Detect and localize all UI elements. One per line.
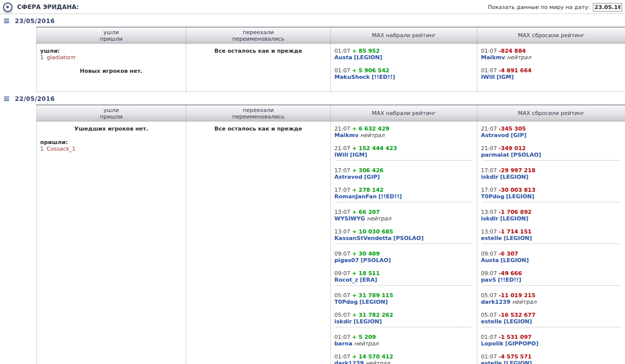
moved-player-link[interactable]: gladiatorrr — [47, 54, 76, 61]
pair-separator — [336, 202, 472, 202]
renames-cell: Все осталось как и прежде — [186, 122, 331, 364]
entry-affiliation: нейтрал — [354, 340, 378, 347]
max-gained-cell: 21:07 + 6 632 429 Maikmv нейтрал 21:07 +… — [331, 122, 477, 364]
entry-affiliation: [IGM] — [350, 152, 367, 158]
entry-line-player: iskdir [LEGION] — [334, 318, 473, 325]
entry-player-link[interactable]: IWill — [334, 152, 348, 158]
entry-player-link[interactable]: dark1239 — [481, 299, 511, 305]
entry-player-link[interactable]: T0Pdog — [481, 193, 505, 200]
rating-entry: 09:07 + 18 511 Rocot_z [ERA] — [334, 270, 473, 283]
entry-player-link[interactable]: parmalat — [481, 152, 509, 158]
rating-entry: 01:07 -1 531 097 Lopolik [GIPPOPO] — [481, 334, 621, 347]
entry-time: 09:07 — [481, 270, 497, 277]
entry-affiliation: [GIP] — [364, 174, 380, 180]
entry-player-link[interactable]: WYSIWYG — [334, 215, 365, 222]
entry-affiliation: [!!ED!!] — [379, 193, 402, 200]
entry-affiliation: [LEGION] — [504, 318, 532, 325]
section-head-22-05-2016: ≡ 22/05/2016 — [3, 95, 625, 102]
menu-icon[interactable]: ≡ — [3, 96, 10, 102]
entry-affiliation: [LEGION] — [501, 257, 529, 264]
entry-value: + 14 570 412 — [352, 353, 393, 360]
entry-time: 01:07 — [334, 67, 350, 74]
entry-line-player: MakuShock [!!ED!!] — [334, 74, 473, 80]
play-circle-icon[interactable]: ▶ — [3, 3, 13, 12]
entry-player-link[interactable]: Maikmv — [481, 54, 505, 61]
entry-time: 05:07 — [334, 312, 350, 318]
rating-entry: 21:07 + 6 632 429 Maikmv нейтрал — [334, 126, 473, 139]
entry-player-link[interactable]: MakuShock — [334, 74, 370, 80]
entry-player-link[interactable]: pav5 — [481, 277, 496, 283]
entry-player-link[interactable]: Maikmv — [334, 132, 358, 139]
entry-player-link[interactable]: pigas07 — [334, 257, 359, 264]
rating-entry: 05:07 + 31 782 262 iskdir [LEGION] — [334, 312, 473, 325]
moved-player-row: 1gladiatorrr — [40, 54, 182, 61]
col-header-max-lost: MAX сбросили рейтинг — [477, 27, 625, 44]
entry-time: 01:07 — [334, 334, 350, 340]
entry-line-player: estelle [LEGION] — [481, 318, 621, 325]
entry-line-player: estelle [LEGION] — [481, 235, 621, 241]
entry-value: -4 891 664 — [498, 67, 532, 74]
date-filter-input[interactable] — [593, 3, 622, 12]
entry-player-link[interactable]: RomanJanFan — [334, 193, 377, 200]
entry-player-link[interactable]: Astravod — [481, 132, 509, 139]
entry-player-link[interactable]: iskdir — [334, 318, 352, 325]
entry-player-link[interactable]: Lopolik — [481, 340, 504, 347]
brand: ▶ СФЕРА ЭРИДАНА: — [3, 3, 79, 12]
entry-player-link[interactable]: Rocot_z — [334, 277, 358, 283]
rating-entry: 05:07 -11 019 215 dark1239 нейтрал — [481, 292, 621, 305]
entry-player-link[interactable]: estelle — [481, 235, 502, 241]
entry-line-value: 13:07 + 10 030 685 — [334, 228, 473, 235]
col-header-moves: ушлипришли — [37, 27, 186, 44]
entry-player-link[interactable]: estelle — [481, 318, 502, 325]
entry-player-link[interactable]: T0Pdog — [334, 299, 358, 305]
dotted-divider — [0, 14, 625, 14]
max-lost-cell: 01:07 -824 884 Maikmv нейтрал 01:07 -4 8… — [477, 44, 625, 92]
entry-value: -11 019 215 — [498, 292, 535, 299]
rating-entry: 21:07 -349 012 parmalat [PSOLAO] — [481, 145, 621, 158]
entry-player-link[interactable]: KassanStVendetta — [334, 235, 392, 241]
movements-note: Новых игроков нет. — [40, 68, 182, 74]
date-filter-label: Показать данные по миру на дату: — [488, 4, 590, 11]
table-header-row: ушлипришли переехалипереименовались MAX … — [37, 105, 625, 122]
moved-players: 1gladiatorrr — [40, 54, 182, 61]
entry-value: -824 884 — [498, 48, 526, 54]
pair-separator — [336, 160, 472, 161]
entry-player-link[interactable]: iskdir — [481, 174, 498, 180]
entry-player-link[interactable]: estelle — [481, 360, 502, 364]
entry-affiliation: нейтрал — [367, 215, 391, 222]
entry-value: + 5 906 542 — [352, 67, 389, 74]
entry-line-value: 05:07 -16 532 677 — [481, 312, 621, 318]
date-filter: Показать данные по миру на дату: — [488, 3, 623, 12]
entry-line-value: 01:07 -4 575 571 — [481, 353, 621, 360]
menu-icon[interactable]: ≡ — [3, 18, 10, 24]
entry-line-player: T0Pdog [LEGION] — [334, 299, 473, 305]
entry-time: 05:07 — [481, 292, 497, 299]
entry-time: 01:07 — [481, 48, 497, 54]
entry-player-link[interactable]: Austa — [481, 257, 499, 264]
moved-player-link[interactable]: Cossack_1 — [47, 146, 76, 152]
entry-value: + 85 952 — [352, 48, 380, 54]
entry-value: -349 012 — [498, 145, 526, 152]
entry-value: + 5 209 — [352, 334, 376, 340]
entry-affiliation: нейтрал — [507, 54, 531, 61]
col-header-renames: переехалипереименовались — [186, 105, 331, 122]
log-table-23-05-2016: ушлипришли переехалипереименовались MAX … — [36, 27, 625, 92]
entry-time: 01:07 — [334, 48, 350, 54]
entry-player-link[interactable]: dark1239 — [334, 360, 364, 364]
entry-player-link[interactable]: Astravod — [334, 174, 362, 180]
entry-line-value: 01:07 -824 884 — [481, 48, 621, 54]
pair-separator — [482, 285, 620, 286]
entry-time: 21:07 — [334, 145, 350, 152]
entry-player-link[interactable]: IWill — [481, 74, 495, 80]
entry-player-link[interactable]: barna — [334, 340, 352, 347]
entry-line-player: T0Pdog [LEGION] — [481, 193, 621, 200]
entry-line-player: dark1239 нейтрал — [334, 360, 473, 364]
entry-line-value: 09:07 -6 307 — [481, 251, 621, 257]
rating-entry: 13:07 -1 706 892 iskdir [LEGION] — [481, 209, 621, 222]
renames-note: Все осталось как и прежде — [190, 48, 327, 54]
entry-line-value: 09:07 + 30 409 — [334, 251, 473, 257]
entry-line-player: Astravod [GIP] — [334, 174, 473, 180]
entry-line-player: iskdir [LEGION] — [481, 215, 621, 222]
entry-player-link[interactable]: iskdir — [481, 215, 498, 222]
entry-player-link[interactable]: Austa — [334, 54, 352, 61]
